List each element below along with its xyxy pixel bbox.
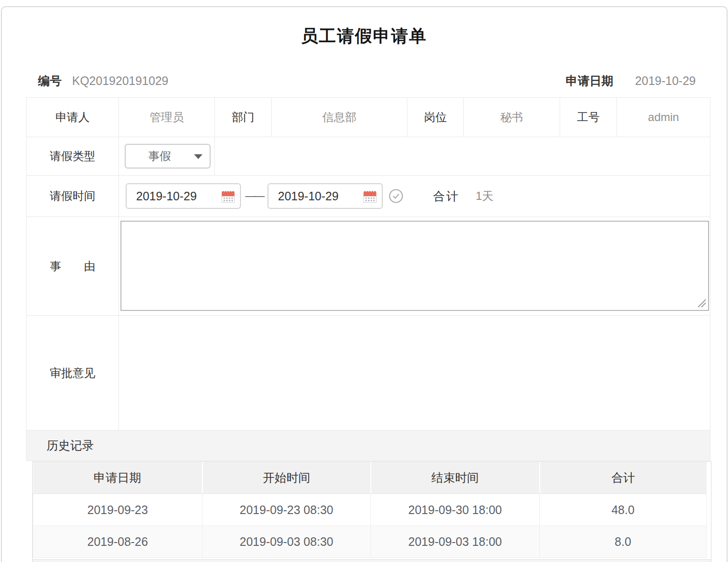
column-header: 合计: [540, 462, 707, 494]
reason-label: 事 由: [27, 217, 119, 316]
resize-grip-icon[interactable]: [696, 298, 707, 311]
table-cell: 2019-08-26: [33, 526, 203, 558]
department-value: 信息部: [272, 98, 407, 137]
table-row: 2019-08-26 2019-09-03 08:30 2019-09-03 1…: [33, 526, 707, 558]
position-value: 秘书: [464, 98, 560, 137]
applicant-label: 申请人: [27, 98, 119, 137]
history-table: 申请日期 开始时间 结束时间 合计 2019-09-23 2019-09-23 …: [33, 462, 707, 558]
apply-date-group: 申请日期 2019-10-29: [566, 73, 696, 89]
leave-type-empty-cell: [215, 137, 710, 176]
approval-label: 审批意见: [27, 316, 119, 431]
employee-id-label: 工号: [560, 98, 617, 137]
check-circle-icon: [388, 188, 404, 204]
total-value: 1天: [476, 188, 493, 204]
leave-type-dropdown[interactable]: 事假: [125, 144, 211, 169]
leave-type-cell: 事假: [119, 137, 215, 176]
leave-type-label: 请假类型: [27, 137, 119, 176]
applicant-value: 管理员: [119, 98, 215, 137]
form-number-label: 编号: [38, 73, 62, 89]
table-cell: 2019-09-30 18:00: [371, 494, 540, 526]
calendar-icon[interactable]: [221, 189, 235, 203]
leave-end-date-input[interactable]: [268, 184, 354, 208]
table-cell: 2019-09-23: [33, 494, 203, 526]
history-table-container: 申请日期 开始时间 结束时间 合计 2019-09-23 2019-09-23 …: [32, 461, 711, 562]
approval-value-cell: [119, 316, 710, 431]
form-number-value: KQ201920191029: [72, 74, 168, 88]
leave-start-date-input[interactable]: [127, 184, 212, 208]
position-label: 岗位: [407, 98, 464, 137]
table-cell: 2019-09-03 08:30: [203, 526, 371, 558]
chevron-down-icon: [194, 154, 203, 159]
column-header: 申请日期: [33, 462, 203, 494]
employee-id-value: admin: [617, 98, 710, 137]
history-header-row: 申请日期 开始时间 结束时间 合计: [33, 462, 707, 494]
form-number-group: 编号 KQ201920191029: [38, 73, 168, 89]
apply-date-label: 申请日期: [566, 73, 613, 89]
leave-type-selected: 事假: [148, 149, 187, 164]
column-header: 开始时间: [203, 462, 371, 494]
table-cell: 2019-09-23 08:30: [203, 494, 371, 526]
table-cell: 48.0: [540, 494, 707, 526]
apply-date-value: 2019-10-29: [635, 74, 696, 88]
history-bottom-strip: [33, 559, 711, 562]
leave-end-date-picker[interactable]: [267, 183, 383, 209]
calendar-icon[interactable]: [363, 189, 377, 203]
meta-row: 编号 KQ201920191029 申请日期 2019-10-29: [0, 71, 728, 90]
page-title: 员工请假申请单: [0, 25, 728, 48]
leave-time-row: ——: [119, 183, 710, 209]
leave-time-cell: ——: [119, 176, 710, 217]
reason-cell: [119, 217, 710, 316]
table-cell: 8.0: [540, 526, 707, 558]
main-form-table: 申请人 管理员 部门 信息部 岗位 秘书 工号 admin 请假类型 事假 请假…: [26, 97, 710, 461]
total-label: 合计: [433, 188, 460, 204]
history-section-title: 历史记录: [27, 431, 710, 461]
table-cell: 2019-09-03 18:00: [371, 526, 540, 558]
reason-textarea[interactable]: [120, 221, 709, 311]
column-header: 结束时间: [371, 462, 540, 494]
table-row: 2019-09-23 2019-09-23 08:30 2019-09-30 1…: [33, 494, 707, 526]
date-range-separator: ——: [245, 190, 263, 202]
leave-start-date-picker[interactable]: [126, 183, 241, 209]
department-label: 部门: [215, 98, 272, 137]
leave-time-label: 请假时间: [27, 176, 119, 217]
